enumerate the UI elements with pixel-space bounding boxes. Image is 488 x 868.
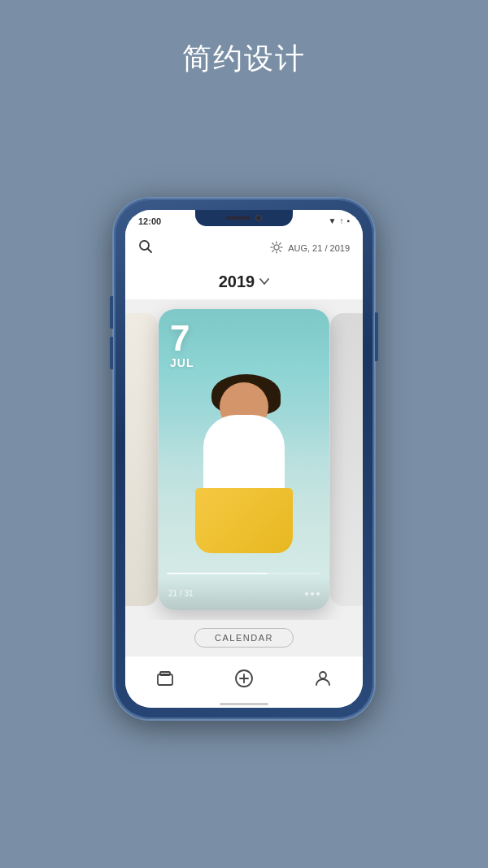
profile-nav-button[interactable] <box>307 662 339 695</box>
card-peek-right[interactable] <box>330 313 363 606</box>
dot-2 <box>311 592 314 595</box>
carousel-area: 7 JUL 21 / 31 <box>125 299 363 620</box>
phone-screen: 12:00 ▼ ↑ ▪ <box>125 210 363 708</box>
year-text: 2019 <box>219 273 255 291</box>
svg-line-1 <box>148 248 152 252</box>
card-month: JUL <box>170 356 194 369</box>
card-dots <box>305 592 320 595</box>
svg-rect-11 <box>158 674 172 685</box>
phone-notch <box>195 210 293 226</box>
calendar-button[interactable]: CALENDAR <box>194 628 294 648</box>
card-peek-left[interactable] <box>125 313 158 606</box>
page-title: 简约设计 <box>182 39 306 79</box>
card-progress-fill <box>167 573 268 574</box>
home-bar <box>220 703 268 705</box>
card-progress-bar <box>167 573 321 574</box>
battery-icon: ▪ <box>346 216 350 225</box>
home-indicator <box>125 701 363 708</box>
signal-icon: ↑ <box>339 216 343 225</box>
card-person-figure <box>187 366 301 578</box>
gallery-nav-button[interactable] <box>149 662 181 695</box>
dot-1 <box>305 592 308 595</box>
svg-point-2 <box>274 245 279 250</box>
date-display: AUG, 21 / 2019 <box>270 241 350 256</box>
app-header: AUG, 21 / 2019 <box>125 233 363 264</box>
card-day: 7 <box>170 321 194 356</box>
wifi-icon: ▼ <box>329 216 337 225</box>
volume-down-button <box>110 337 113 369</box>
add-nav-button[interactable] <box>228 662 260 695</box>
calendar-button-area: CALENDAR <box>125 620 363 656</box>
card-footer: 21 / 31 <box>159 578 329 610</box>
svg-line-7 <box>272 242 273 243</box>
card-counter: 21 / 31 <box>168 589 194 598</box>
current-date: AUG, 21 / 2019 <box>288 243 350 253</box>
search-button[interactable] <box>138 239 153 258</box>
chevron-down-icon <box>259 276 269 287</box>
sun-icon <box>270 241 283 256</box>
svg-line-10 <box>272 250 273 251</box>
svg-point-16 <box>320 672 326 678</box>
dot-3 <box>316 592 320 595</box>
power-button <box>375 312 378 361</box>
main-card[interactable]: 7 JUL 21 / 31 <box>159 309 329 610</box>
status-time: 12:00 <box>138 216 161 226</box>
svg-rect-12 <box>160 672 170 675</box>
svg-line-8 <box>280 250 281 251</box>
notch-speaker <box>226 216 251 220</box>
notch-camera <box>255 215 262 221</box>
svg-line-9 <box>280 242 281 243</box>
year-selector[interactable]: 2019 <box>125 264 363 299</box>
bottom-nav <box>125 656 363 701</box>
volume-up-button <box>110 296 113 329</box>
phone-wrapper: 12:00 ▼ ↑ ▪ <box>114 198 374 719</box>
status-icons: ▼ ↑ ▪ <box>329 216 350 225</box>
card-date: 7 JUL <box>170 321 194 369</box>
